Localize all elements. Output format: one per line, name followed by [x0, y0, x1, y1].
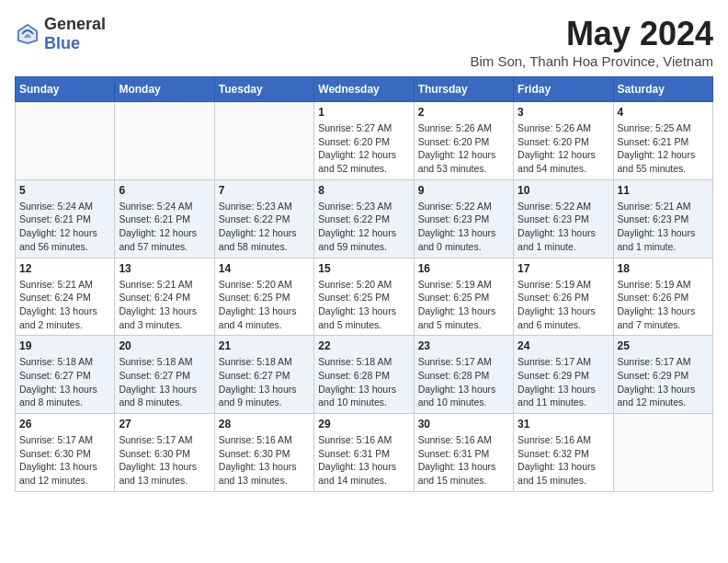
day-info: Sunrise: 5:19 AM Sunset: 6:25 PM Dayligh…	[418, 278, 509, 332]
day-number: 16	[418, 262, 509, 275]
calendar-cell: 31Sunrise: 5:16 AM Sunset: 6:32 PM Dayli…	[514, 414, 613, 492]
day-number: 29	[318, 418, 409, 431]
day-number: 8	[318, 184, 409, 197]
calendar-cell: 16Sunrise: 5:19 AM Sunset: 6:25 PM Dayli…	[414, 258, 513, 336]
calendar-cell: 2Sunrise: 5:26 AM Sunset: 6:20 PM Daylig…	[414, 102, 513, 180]
day-number: 2	[418, 106, 509, 119]
calendar-cell: 11Sunrise: 5:21 AM Sunset: 6:23 PM Dayli…	[613, 179, 712, 258]
day-info: Sunrise: 5:19 AM Sunset: 6:26 PM Dayligh…	[618, 278, 709, 332]
day-info: Sunrise: 5:17 AM Sunset: 6:29 PM Dayligh…	[518, 355, 609, 409]
day-info: Sunrise: 5:26 AM Sunset: 6:20 PM Dayligh…	[518, 121, 609, 176]
day-of-week-header: Monday	[115, 77, 214, 102]
calendar-cell: 7Sunrise: 5:23 AM Sunset: 6:22 PM Daylig…	[214, 179, 313, 258]
day-of-week-header: Thursday	[414, 77, 513, 102]
calendar-cell: 28Sunrise: 5:16 AM Sunset: 6:30 PM Dayli…	[214, 414, 313, 492]
day-info: Sunrise: 5:23 AM Sunset: 6:22 PM Dayligh…	[318, 200, 409, 254]
day-number: 23	[418, 339, 509, 352]
day-number: 9	[418, 184, 509, 197]
day-number: 27	[119, 418, 210, 431]
day-info: Sunrise: 5:20 AM Sunset: 6:25 PM Dayligh…	[219, 278, 310, 332]
day-number: 26	[19, 418, 110, 431]
calendar-cell: 1Sunrise: 5:27 AM Sunset: 6:20 PM Daylig…	[314, 102, 414, 180]
day-info: Sunrise: 5:18 AM Sunset: 6:28 PM Dayligh…	[318, 355, 409, 409]
location-subtitle: Bim Son, Thanh Hoa Province, Vietnam	[470, 53, 713, 69]
day-info: Sunrise: 5:21 AM Sunset: 6:24 PM Dayligh…	[119, 278, 210, 332]
calendar-cell: 25Sunrise: 5:17 AM Sunset: 6:29 PM Dayli…	[613, 336, 712, 414]
day-number: 14	[219, 262, 310, 275]
day-info: Sunrise: 5:18 AM Sunset: 6:27 PM Dayligh…	[219, 355, 310, 409]
calendar-cell: 21Sunrise: 5:18 AM Sunset: 6:27 PM Dayli…	[214, 336, 313, 414]
day-number: 5	[19, 184, 110, 197]
calendar-cell: 27Sunrise: 5:17 AM Sunset: 6:30 PM Dayli…	[115, 414, 214, 492]
page-header: General Blue May 2024 Bim Son, Thanh Hoa…	[15, 15, 713, 69]
calendar-cell	[613, 414, 712, 492]
calendar-cell: 23Sunrise: 5:17 AM Sunset: 6:28 PM Dayli…	[414, 336, 513, 414]
day-number: 11	[618, 184, 709, 197]
calendar-cell: 5Sunrise: 5:24 AM Sunset: 6:21 PM Daylig…	[16, 179, 115, 258]
day-number: 30	[418, 418, 509, 431]
logo-general: General	[44, 15, 106, 33]
day-info: Sunrise: 5:19 AM Sunset: 6:26 PM Dayligh…	[518, 278, 609, 332]
day-number: 15	[318, 262, 409, 275]
calendar-cell: 20Sunrise: 5:18 AM Sunset: 6:27 PM Dayli…	[115, 336, 214, 414]
calendar-cell	[115, 102, 214, 180]
day-number: 20	[119, 339, 210, 352]
day-of-week-header: Tuesday	[214, 77, 313, 102]
calendar-week-row: 5Sunrise: 5:24 AM Sunset: 6:21 PM Daylig…	[16, 179, 713, 258]
calendar-week-row: 1Sunrise: 5:27 AM Sunset: 6:20 PM Daylig…	[16, 102, 713, 180]
calendar-cell: 17Sunrise: 5:19 AM Sunset: 6:26 PM Dayli…	[514, 258, 613, 336]
calendar-cell: 13Sunrise: 5:21 AM Sunset: 6:24 PM Dayli…	[115, 258, 214, 336]
day-info: Sunrise: 5:27 AM Sunset: 6:20 PM Dayligh…	[318, 121, 409, 176]
day-number: 25	[618, 339, 709, 352]
calendar-cell: 4Sunrise: 5:25 AM Sunset: 6:21 PM Daylig…	[613, 102, 712, 180]
day-info: Sunrise: 5:17 AM Sunset: 6:30 PM Dayligh…	[19, 433, 110, 488]
logo-text: General Blue	[44, 15, 106, 53]
calendar-cell: 15Sunrise: 5:20 AM Sunset: 6:25 PM Dayli…	[314, 258, 414, 336]
calendar-cell: 12Sunrise: 5:21 AM Sunset: 6:24 PM Dayli…	[16, 258, 115, 336]
day-info: Sunrise: 5:16 AM Sunset: 6:32 PM Dayligh…	[518, 433, 609, 488]
day-number: 1	[318, 106, 409, 119]
day-number: 18	[618, 262, 709, 275]
logo-blue: Blue	[44, 34, 80, 52]
logo: General Blue	[15, 15, 106, 53]
day-info: Sunrise: 5:17 AM Sunset: 6:30 PM Dayligh…	[119, 433, 210, 488]
calendar-cell: 29Sunrise: 5:16 AM Sunset: 6:31 PM Dayli…	[314, 414, 414, 492]
calendar-cell: 19Sunrise: 5:18 AM Sunset: 6:27 PM Dayli…	[16, 336, 115, 414]
day-info: Sunrise: 5:21 AM Sunset: 6:24 PM Dayligh…	[19, 278, 110, 332]
day-info: Sunrise: 5:22 AM Sunset: 6:23 PM Dayligh…	[418, 200, 509, 254]
calendar-cell: 8Sunrise: 5:23 AM Sunset: 6:22 PM Daylig…	[314, 179, 414, 258]
day-of-week-header: Saturday	[613, 77, 712, 102]
day-info: Sunrise: 5:25 AM Sunset: 6:21 PM Dayligh…	[618, 121, 709, 176]
calendar-cell: 26Sunrise: 5:17 AM Sunset: 6:30 PM Dayli…	[16, 414, 115, 492]
day-number: 21	[219, 339, 310, 352]
day-info: Sunrise: 5:22 AM Sunset: 6:23 PM Dayligh…	[518, 200, 609, 254]
day-info: Sunrise: 5:17 AM Sunset: 6:28 PM Dayligh…	[418, 355, 509, 409]
calendar-week-row: 12Sunrise: 5:21 AM Sunset: 6:24 PM Dayli…	[16, 258, 713, 336]
day-info: Sunrise: 5:16 AM Sunset: 6:30 PM Dayligh…	[219, 433, 310, 488]
calendar-cell: 18Sunrise: 5:19 AM Sunset: 6:26 PM Dayli…	[613, 258, 712, 336]
day-number: 24	[518, 339, 609, 352]
day-info: Sunrise: 5:23 AM Sunset: 6:22 PM Dayligh…	[219, 200, 310, 254]
calendar-cell: 24Sunrise: 5:17 AM Sunset: 6:29 PM Dayli…	[514, 336, 613, 414]
day-of-week-header: Wednesday	[314, 77, 414, 102]
day-number: 3	[518, 106, 609, 119]
day-info: Sunrise: 5:18 AM Sunset: 6:27 PM Dayligh…	[19, 355, 110, 409]
day-of-week-header: Friday	[514, 77, 613, 102]
day-info: Sunrise: 5:16 AM Sunset: 6:31 PM Dayligh…	[418, 433, 509, 488]
calendar-table: SundayMondayTuesdayWednesdayThursdayFrid…	[15, 76, 713, 492]
day-number: 7	[219, 184, 310, 197]
day-info: Sunrise: 5:26 AM Sunset: 6:20 PM Dayligh…	[418, 121, 509, 176]
day-info: Sunrise: 5:24 AM Sunset: 6:21 PM Dayligh…	[19, 200, 110, 254]
day-info: Sunrise: 5:17 AM Sunset: 6:29 PM Dayligh…	[618, 355, 709, 409]
day-number: 28	[219, 418, 310, 431]
day-number: 4	[618, 106, 709, 119]
day-info: Sunrise: 5:20 AM Sunset: 6:25 PM Dayligh…	[318, 278, 409, 332]
logo-icon	[15, 21, 40, 47]
day-info: Sunrise: 5:24 AM Sunset: 6:21 PM Dayligh…	[119, 200, 210, 254]
calendar-week-row: 19Sunrise: 5:18 AM Sunset: 6:27 PM Dayli…	[16, 336, 713, 414]
calendar-cell: 30Sunrise: 5:16 AM Sunset: 6:31 PM Dayli…	[414, 414, 513, 492]
calendar-cell: 9Sunrise: 5:22 AM Sunset: 6:23 PM Daylig…	[414, 179, 513, 258]
day-number: 22	[318, 339, 409, 352]
title-area: May 2024 Bim Son, Thanh Hoa Province, Vi…	[470, 15, 713, 69]
calendar-cell	[16, 102, 115, 180]
